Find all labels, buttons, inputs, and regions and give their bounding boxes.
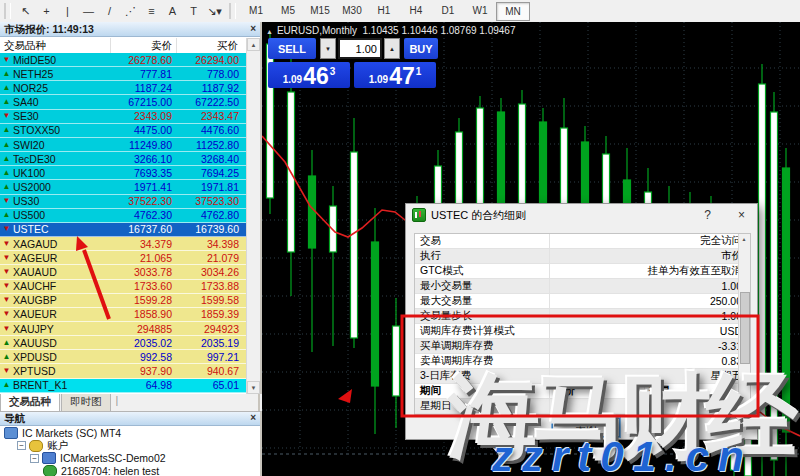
- market-row-STOXX50[interactable]: ▲STOXX504475.004476.60: [0, 124, 246, 138]
- spec-row: GTC模式挂单为有效直至取消: [415, 264, 750, 279]
- sell-price: 2343.09: [108, 110, 175, 122]
- market-row-UK100[interactable]: ▲UK1007693.357694.25: [0, 166, 246, 180]
- market-row-SA40[interactable]: ▲SA4067215.0067222.50: [0, 95, 246, 109]
- market-row-US2000[interactable]: ▲US20001971.411971.81: [0, 180, 246, 194]
- spec-label: 执行: [415, 249, 550, 263]
- navigator-item[interactable]: −ICMarketsSC-Demo02: [0, 452, 258, 465]
- market-row-US500[interactable]: ▲US5004762.304762.80: [0, 209, 246, 223]
- market-row-TecDE30[interactable]: ▲TecDE303266.103268.40: [0, 152, 246, 166]
- toolbar-grip[interactable]: [4, 3, 11, 19]
- sell-price: 21.065: [108, 252, 175, 264]
- market-row-XAUEUR[interactable]: ▼XAUEUR1858.901859.39: [0, 308, 246, 322]
- market-row-NETH25[interactable]: ▲NETH25777.81778.00: [0, 67, 246, 81]
- dialog-help-icon[interactable]: ?: [704, 208, 711, 222]
- navigator-item[interactable]: 21685704: helen test: [0, 465, 258, 476]
- buy-button[interactable]: BUY: [404, 38, 438, 59]
- market-row-XPTUSD[interactable]: ▼XPTUSD937.90940.67: [0, 364, 246, 378]
- navigator-close-icon[interactable]: ×: [250, 412, 256, 423]
- up-arrow-icon: ▲: [0, 81, 13, 95]
- market-row-XAGEUR[interactable]: ▼XAGEUR21.06521.079: [0, 251, 246, 265]
- tree-collapse-icon[interactable]: −: [17, 441, 26, 450]
- dialog-scroll-thumb[interactable]: [740, 292, 750, 364]
- navigator-item[interactable]: −账户: [0, 440, 258, 453]
- down-arrow-icon: ▼: [0, 237, 13, 251]
- sell-price: 1599.28: [108, 294, 175, 306]
- vertical-line-tool-icon[interactable]: |: [57, 2, 78, 20]
- symbol-label: XAUJPY: [13, 323, 108, 335]
- volume-input[interactable]: [338, 38, 382, 59]
- dialog-scroll-up-icon[interactable]: ▲: [739, 234, 749, 245]
- buy-price-panel[interactable]: 1.09 47 1: [354, 62, 436, 88]
- timeframe-h1[interactable]: H1: [368, 2, 400, 19]
- market-row-MidDE50[interactable]: ▼MidDE5026278.6026294.00: [0, 53, 246, 67]
- timeframe-m1[interactable]: M1: [240, 2, 272, 19]
- symbol-label: SWI20: [13, 139, 108, 151]
- sell-price-pip: 3: [330, 66, 336, 77]
- navigator-item-label: 21685704: helen test: [61, 465, 159, 476]
- sell-price: 64.98: [108, 379, 175, 391]
- market-watch-close-icon[interactable]: ×: [250, 23, 256, 34]
- dialog-titlebar[interactable]: USTEC 的合约细则 ? ×: [406, 204, 757, 226]
- market-row-XAGAUD[interactable]: ▼XAGAUD34.37934.398: [0, 237, 246, 251]
- arrows-tool-icon[interactable]: ↘▾: [204, 2, 225, 20]
- cursor-tool-icon[interactable]: ↖: [15, 2, 36, 20]
- timeframe-w1[interactable]: W1: [464, 2, 496, 19]
- sell-price-panel[interactable]: 1.09 46 3: [268, 62, 350, 88]
- market-row-XPDUSD[interactable]: ▲XPDUSD992.58997.21: [0, 350, 246, 364]
- market-row-USTEC[interactable]: ▼USTEC16737.6016739.60: [0, 223, 246, 237]
- symbol-label: US2000: [13, 181, 108, 193]
- market-row-BRENT_K1[interactable]: ▲BRENT_K164.9865.01: [0, 379, 246, 393]
- market-watch-title[interactable]: 市场报价: 11:49:13 ×: [0, 22, 260, 37]
- volume-up-stepper[interactable]: ▲: [384, 38, 400, 59]
- timeframe-m30[interactable]: M30: [336, 2, 368, 19]
- crosshair-tool-icon[interactable]: +: [36, 2, 57, 20]
- toolbar-grip-2[interactable]: [229, 3, 236, 19]
- dialog-close-icon[interactable]: ×: [738, 208, 745, 222]
- tab-symbols[interactable]: 交易品种: [0, 394, 60, 412]
- column-buy[interactable]: 买价: [176, 38, 242, 53]
- tab-tick-chart[interactable]: 即时图: [61, 394, 111, 412]
- symbol-label: NETH25: [13, 68, 108, 80]
- down-arrow-icon: ▼: [0, 293, 13, 307]
- market-row-NOR25[interactable]: ▲NOR251187.241187.92: [0, 81, 246, 95]
- timeframe-m15[interactable]: M15: [304, 2, 336, 19]
- volume-down-stepper[interactable]: ▼: [320, 38, 336, 59]
- navigator-item-label: IC Markets (SC) MT4: [22, 427, 121, 439]
- market-row-XAUAUD[interactable]: ▼XAUAUD3033.783034.26: [0, 265, 246, 279]
- text-tool-icon[interactable]: A: [162, 2, 183, 20]
- market-row-XAUCHF[interactable]: ▼XAUCHF1733.601733.88: [0, 280, 246, 294]
- navigator-item[interactable]: IC Markets (SC) MT4: [0, 427, 258, 440]
- navigator-title[interactable]: 导航 ×: [0, 412, 260, 426]
- fibonacci-tool-icon[interactable]: ≡: [141, 2, 162, 20]
- column-symbol[interactable]: 交易品种: [0, 38, 110, 53]
- equidistant-channel-tool-icon[interactable]: ⋰: [120, 2, 141, 20]
- text-label-tool-icon[interactable]: T: [183, 2, 204, 20]
- up-arrow-icon: ▲: [0, 208, 13, 222]
- market-row-XAUJPY[interactable]: ▼XAUJPY294885294923: [0, 322, 246, 336]
- timeframe-mn[interactable]: MN: [496, 2, 530, 21]
- market-watch-rows: ▼MidDE5026278.6026294.00▲NETH25777.81778…: [0, 53, 246, 394]
- market-row-SWI20[interactable]: ▲SWI2011249.8011252.80: [0, 138, 246, 152]
- buy-price-pip: 1: [416, 66, 422, 77]
- scroll-up-icon[interactable]: ▲: [247, 38, 260, 51]
- market-row-XAUUSD[interactable]: ▲XAUUSD2035.022035.19: [0, 336, 246, 350]
- spec-row: 最大交易量250.00: [415, 294, 750, 309]
- buy-price: 65.01: [175, 379, 242, 391]
- sell-price: 34.379: [108, 238, 175, 250]
- chart-collapse-icon[interactable]: ▲: [266, 28, 273, 35]
- column-sell[interactable]: 卖价: [110, 38, 176, 53]
- horizontal-line-tool-icon[interactable]: —: [78, 2, 99, 20]
- timeframe-d1[interactable]: D1: [432, 2, 464, 19]
- market-row-US30[interactable]: ▼US3037522.3037523.30: [0, 195, 246, 209]
- navigator-item-label: ICMarketsSC-Demo02: [60, 452, 166, 464]
- market-row-SE30[interactable]: ▼SE302343.092343.47: [0, 110, 246, 124]
- timeframe-m5[interactable]: M5: [272, 2, 304, 19]
- timeframe-h4[interactable]: H4: [400, 2, 432, 19]
- down-arrow-icon: ▼: [0, 251, 13, 265]
- scroll-down-icon[interactable]: ▼: [247, 381, 260, 394]
- tree-collapse-icon[interactable]: −: [30, 454, 39, 463]
- trendline-tool-icon[interactable]: /: [99, 2, 120, 20]
- market-row-XAUGBP[interactable]: ▼XAUGBP1599.281599.58: [0, 294, 246, 308]
- sell-button[interactable]: SELL: [268, 38, 316, 59]
- market-watch-scrollbar[interactable]: ▲ ▼: [246, 38, 260, 394]
